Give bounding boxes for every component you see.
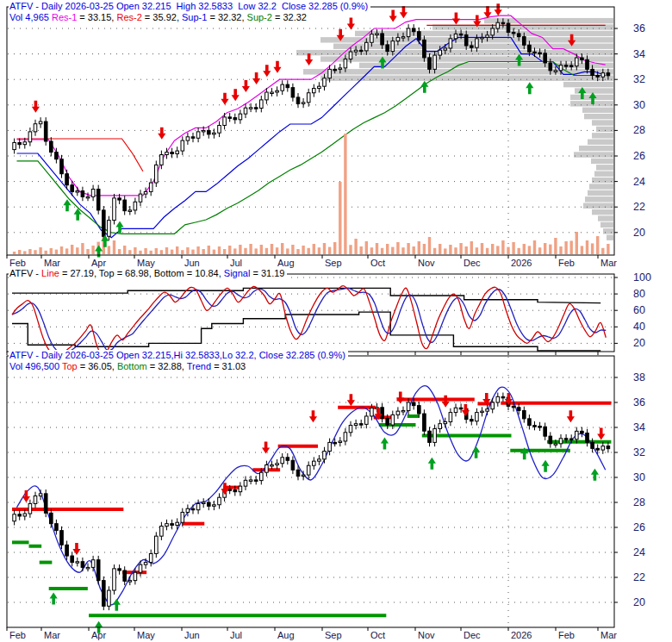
svg-text:28: 28 [633,496,645,508]
svg-text:Aug: Aug [277,630,295,640]
legend-part: = 27.19, Top = 68.98, Bottom = 10.84, [59,268,224,278]
legend-part: Sup-1 [182,12,207,22]
buy-arrow-icon [381,438,389,450]
legend-part: = 31.19 [250,268,284,278]
buy-arrow-icon [115,221,123,233]
legend-part: Res-1 [52,12,77,22]
buy-arrow-icon [526,82,533,94]
legend-part: = 36.05, [78,361,117,371]
sell-arrow-icon [263,65,271,77]
svg-text:Mar: Mar [600,258,617,268]
legend-part: = 33.15, [77,12,116,22]
legend-part: Res-2 [116,12,141,22]
svg-text:38: 38 [633,371,645,383]
svg-text:Feb: Feb [9,258,26,268]
svg-text:2026: 2026 [511,258,532,268]
svg-text:36: 36 [633,396,645,408]
buy-arrow-icon [591,469,599,481]
legend-part: Signal [224,268,251,278]
panel1-legend: Vol 4,965 Res-1 = 33.15, Res-2 = 35.92, … [9,12,309,22]
legend-part: Bottom [117,361,147,371]
svg-text:Jun: Jun [184,630,200,640]
y-axis: 38363432302826242220 [614,371,645,608]
svg-text:80: 80 [633,288,645,300]
sell-arrow-icon [232,89,240,101]
panel1-title: ATFV - Daily 2026-03-25 Open 32.215 High… [9,1,370,11]
gridlines [8,275,613,351]
legend-part: ATFV - [9,268,41,278]
svg-text:Apr: Apr [91,258,106,268]
chart-canvas: 363432302826242220FebMarAprMayJunJulAugS… [0,0,672,642]
candlesticks [13,393,610,611]
buy-arrow-icon [428,458,436,470]
gridlines [8,357,613,626]
legend-part: = 31.03 [211,361,246,371]
svg-text:Nov: Nov [418,630,435,640]
svg-text:Oct: Oct [370,258,385,268]
legend-part: = 32.32 [272,12,307,22]
svg-text:Aug: Aug [277,258,295,268]
oscillator-signal [12,288,606,352]
sell-arrow-icon [396,391,404,403]
svg-text:Jun: Jun [184,258,200,268]
y-axis: 363432302826242220 [614,22,645,239]
oscillator-main [12,286,606,356]
chart-window: 363432302826242220FebMarAprMayJunJulAugS… [0,0,672,642]
svg-text:32: 32 [633,446,645,458]
svg-text:Feb: Feb [558,630,575,640]
sell-arrow-icon [567,410,575,422]
signal-line [12,288,606,352]
sell-arrow-icon [262,441,270,453]
svg-text:20: 20 [633,337,645,349]
legend-part: Sup-2 [247,12,272,22]
x-axis-months: FebMarAprMayJunJulAugSepOctNovDec2026Feb… [7,627,617,640]
sell-arrow-icon [462,404,470,416]
svg-text:100: 100 [633,271,651,284]
legend-part: = 32.88, [147,361,187,371]
panel3-title: ATFV - Daily 2026-03-25 Open 32.215,Hi 3… [9,350,348,360]
panel2-title: ATFV - Line = 27.19, Top = 68.98, Bottom… [9,268,287,278]
buy-arrow-icon [113,599,121,611]
sell-arrow-icon [597,428,605,440]
sell-arrow-icon [389,10,397,22]
legend-part: Vol 496,500 [9,361,62,371]
sell-arrow-icon [442,396,450,408]
sell-arrow-icon [158,128,165,140]
svg-text:26: 26 [633,521,645,533]
svg-text:Feb: Feb [558,258,575,268]
svg-text:32: 32 [633,73,645,85]
svg-text:30: 30 [633,471,645,483]
svg-text:34: 34 [633,421,645,433]
svg-text:Nov: Nov [418,258,435,268]
svg-text:22: 22 [633,201,645,213]
svg-text:Oct: Oct [370,630,385,640]
svg-text:26: 26 [633,150,645,162]
svg-text:40: 40 [633,321,645,333]
svg-text:May: May [137,630,155,640]
svg-text:Apr: Apr [91,630,106,640]
svg-text:28: 28 [633,124,645,136]
svg-text:Dec: Dec [464,630,481,640]
indicator-line [17,62,606,234]
sell-arrow-icon [347,394,355,406]
svg-text:60: 60 [633,304,645,316]
sell-arrow-icon [252,72,260,84]
buy-arrow-icon [542,460,550,472]
svg-text:Jul: Jul [230,258,242,268]
panel3-legend: Vol 496,500 Top = 36.05, Bottom = 32.88,… [9,361,248,371]
svg-text:36: 36 [633,22,645,34]
legend-part: Vol 4,965 [9,12,52,22]
svg-text:24: 24 [633,176,645,188]
panel-border [7,274,614,352]
panel-border [7,356,614,627]
sell-arrow-icon [495,3,502,16]
legend-part: = 32.32, [207,12,246,22]
sell-arrow-icon [242,80,250,92]
legend-part: Trend [187,361,211,371]
sell-arrow-icon [72,543,80,555]
sell-arrow-icon [347,17,355,29]
buy-arrow-icon [63,199,71,211]
sell-arrow-icon [273,61,281,73]
svg-text:34: 34 [633,48,645,60]
svg-text:30: 30 [633,99,645,111]
